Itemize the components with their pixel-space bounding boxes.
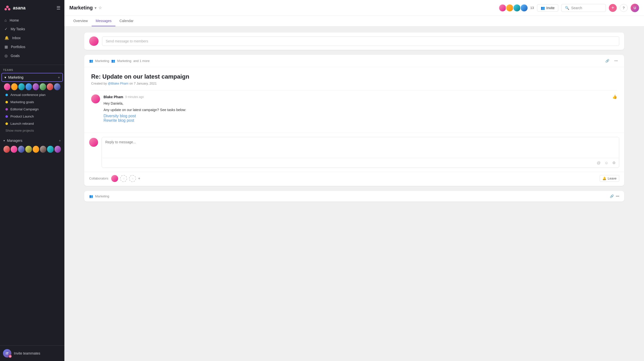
- message-block: Blake Pham 9 minutes ago 👍 Hey Daniela, …: [91, 90, 617, 127]
- sidebar-item-home[interactable]: ⌂ Home: [2, 16, 62, 25]
- search-bar[interactable]: 🔍 Search: [561, 4, 606, 12]
- add-managers-team-button[interactable]: +: [59, 139, 61, 143]
- avatar: [47, 83, 53, 90]
- task-link-rewrite[interactable]: Rewrite blog post: [104, 118, 617, 123]
- sidebar-header: asana ☰: [0, 0, 64, 15]
- message-content: Blake Pham 9 minutes ago 👍 Hey Daniela, …: [104, 95, 617, 123]
- settings-icon[interactable]: ⚙: [611, 160, 616, 166]
- link-icon[interactable]: 🔗: [604, 58, 611, 64]
- user-avatar[interactable]: U: [630, 4, 639, 12]
- compose-placeholder: Send message to members: [106, 39, 148, 43]
- project-item-launch-rebrand[interactable]: Launch rebrand: [2, 120, 63, 127]
- sidebar-item-my-tasks[interactable]: ✓ My Tasks: [2, 25, 62, 34]
- sidebar-item-inbox[interactable]: 🔔 Inbox: [2, 34, 62, 42]
- thread-title: Re: Update on our latest campaign: [91, 73, 617, 80]
- sidebar-item-label: Home: [10, 18, 19, 22]
- help-button[interactable]: ?: [620, 4, 628, 12]
- project-label: Product Launch: [10, 115, 34, 118]
- sidebar-item-portfolios[interactable]: ▦ Portfolios: [2, 42, 62, 51]
- bell-icon: 🔔: [602, 177, 606, 180]
- created-by-mention[interactable]: @Blake Pham: [108, 82, 128, 85]
- task-link-diversity[interactable]: Diversity blog post: [104, 114, 617, 118]
- invite-button[interactable]: 👥 Invite: [537, 4, 558, 12]
- avatar: [498, 4, 506, 12]
- collaborator-avatar: [111, 175, 118, 182]
- emoji-icon[interactable]: ☺: [604, 160, 609, 166]
- add-button[interactable]: +: [609, 4, 617, 12]
- tab-messages[interactable]: Messages: [92, 16, 116, 26]
- chevron-down-icon[interactable]: ▾: [94, 6, 96, 10]
- avatar: [40, 146, 46, 153]
- show-more-projects[interactable]: Show more projects: [2, 127, 63, 134]
- thread-recipient1: Marketing: [95, 59, 109, 63]
- more-icon2[interactable]: •••: [616, 194, 619, 198]
- project-dot: [6, 115, 8, 118]
- teams-label: Teams: [0, 69, 64, 73]
- message-greeting: Hey Daniela,: [104, 101, 617, 106]
- mention-icon[interactable]: @: [596, 160, 602, 166]
- project-item-product-launch[interactable]: Product Launch: [2, 113, 63, 120]
- avatar: [40, 83, 46, 90]
- thread2-recipient: Marketing: [95, 194, 109, 198]
- reply-input[interactable]: [102, 137, 619, 157]
- project-item-annual-conference[interactable]: Annual conference plan: [2, 91, 63, 98]
- project-label: Annual conference plan: [10, 93, 46, 97]
- sidebar-item-label: Inbox: [12, 36, 20, 40]
- svg-point-0: [6, 6, 9, 8]
- search-placeholder: Search: [571, 6, 582, 10]
- project-dot: [6, 108, 8, 111]
- sidebar-divider: [0, 65, 64, 65]
- goals-icon: ◎: [4, 54, 8, 58]
- compose-input[interactable]: Send message to members: [102, 37, 619, 46]
- managers-team-header[interactable]: ▾ Managers +: [1, 137, 64, 144]
- add-team-button[interactable]: +: [58, 75, 60, 79]
- marketing-team-header[interactable]: ▾ Marketing +: [2, 73, 63, 82]
- invite-avatar: IT +: [3, 349, 12, 357]
- collaborators-label: Collaborators: [89, 177, 108, 180]
- thread2-header: 👥 Marketing 🔗 •••: [84, 191, 624, 202]
- project-label: Launch rebrand: [10, 122, 34, 125]
- content-area: Send message to members 👥 Marketing 👥 Ma…: [64, 27, 644, 361]
- composer-avatar: [89, 37, 98, 46]
- add-collaborator-button[interactable]: +: [138, 176, 140, 181]
- created-by-prefix: Created by: [91, 82, 107, 85]
- leave-label: Leave: [608, 177, 616, 180]
- star-icon[interactable]: ☆: [98, 6, 102, 10]
- project-item-editorial-campaign[interactable]: Editorial Campaign: [2, 106, 63, 113]
- project-item-marketing-goals[interactable]: Marketing goals: [2, 98, 63, 106]
- reply-avatar: [89, 138, 98, 147]
- avatar: [18, 83, 25, 90]
- hamburger-icon[interactable]: ☰: [56, 5, 60, 11]
- avatar: [25, 146, 32, 153]
- link-icon2[interactable]: 🔗: [610, 194, 614, 198]
- invite-teammates[interactable]: IT + Invite teammates: [0, 345, 64, 361]
- message-author: Blake Pham: [104, 95, 123, 99]
- message-avatar: [91, 95, 100, 103]
- team-avatars: [2, 82, 63, 91]
- marketing-team-section: ▾ Marketing + Annual conference plan Mar…: [0, 73, 64, 135]
- main: Marketing ▾ ☆ 13 👥 Invite 🔍 Search + ? U…: [64, 0, 644, 361]
- like-button[interactable]: 👍: [612, 95, 617, 99]
- asana-logo[interactable]: asana: [4, 5, 26, 12]
- reply-toolbar: @ ☺ ⚙: [102, 158, 619, 168]
- avatar: [47, 146, 54, 153]
- avatar: [54, 146, 61, 153]
- marketing-team-name: Marketing: [8, 75, 56, 79]
- sidebar-item-label: My Tasks: [11, 27, 25, 31]
- check-icon: ✓: [4, 27, 8, 31]
- collaborator-avatar-empty: ○: [120, 175, 127, 182]
- collaborator-avatar-empty2: ○: [129, 175, 136, 182]
- created-by-suffix: on 7 January, 2021: [129, 82, 156, 85]
- leave-button[interactable]: 🔔 Leave: [600, 175, 619, 182]
- chevron-down-icon: ▾: [4, 75, 6, 79]
- search-icon: 🔍: [565, 6, 569, 10]
- managers-avatars: [1, 144, 64, 154]
- tab-overview[interactable]: Overview: [69, 16, 92, 26]
- people-icon: 👥: [89, 59, 93, 63]
- avatar: [4, 83, 10, 90]
- sidebar-item-goals[interactable]: ◎ Goals: [2, 51, 62, 60]
- managers-team-name: Managers: [7, 139, 57, 143]
- people-icon: 👥: [541, 6, 545, 10]
- more-icon[interactable]: •••: [613, 58, 619, 64]
- tab-calendar[interactable]: Calendar: [116, 16, 138, 26]
